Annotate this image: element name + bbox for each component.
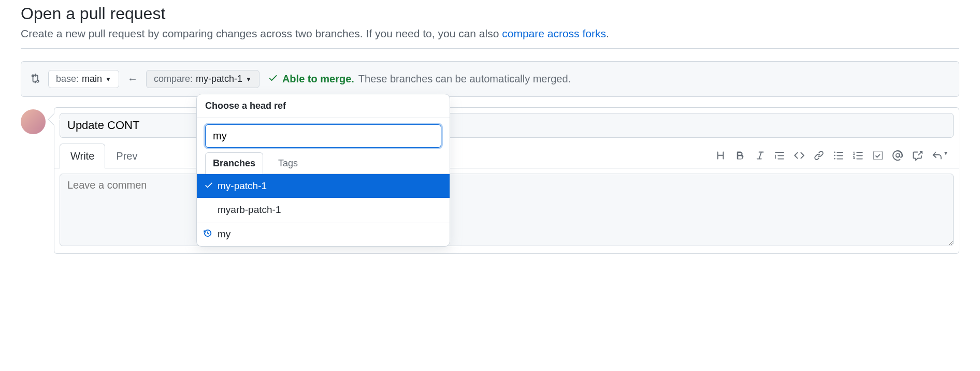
avatar bbox=[21, 109, 46, 134]
cross-reference-icon[interactable] bbox=[912, 150, 923, 161]
compare-branch-name: my-patch-1 bbox=[196, 74, 242, 84]
pr-form: Write Prev bbox=[21, 107, 959, 254]
base-branch-selector[interactable]: base: main ▼ bbox=[48, 70, 119, 88]
branch-option[interactable]: myarb-patch-1 bbox=[197, 198, 450, 222]
check-icon bbox=[268, 73, 278, 85]
arrow-left-icon: ← bbox=[127, 73, 138, 85]
branch-list: my-patch-1 myarb-patch-1 my bbox=[197, 174, 450, 246]
head-ref-dropdown: Choose a head ref Branches Tags my-patch… bbox=[196, 94, 450, 247]
unordered-list-icon[interactable] bbox=[833, 150, 844, 161]
compare-forks-link[interactable]: compare across forks bbox=[502, 27, 606, 39]
mention-icon[interactable] bbox=[892, 150, 903, 161]
tab-tags[interactable]: Tags bbox=[270, 152, 306, 174]
comment-textarea[interactable] bbox=[60, 174, 954, 246]
caret-down-icon: ▼ bbox=[105, 76, 111, 83]
history-icon bbox=[203, 229, 212, 240]
git-compare-icon bbox=[30, 73, 40, 85]
ordered-list-icon[interactable] bbox=[853, 150, 863, 161]
base-prefix: base: bbox=[56, 74, 79, 84]
tab-preview[interactable]: Prev bbox=[105, 144, 148, 168]
markdown-toolbar: ▼ bbox=[715, 150, 954, 161]
caret-down-icon: ▼ bbox=[246, 76, 252, 83]
tab-branches[interactable]: Branches bbox=[205, 152, 263, 174]
subtitle-text: Create a new pull request by comparing c… bbox=[21, 27, 502, 39]
branch-option-selected[interactable]: my-patch-1 bbox=[197, 174, 450, 198]
branch-option-recent[interactable]: my bbox=[197, 222, 450, 246]
dropdown-tabs: Branches Tags bbox=[197, 152, 450, 174]
bold-icon[interactable] bbox=[735, 150, 745, 161]
subtitle-suffix: . bbox=[606, 27, 609, 39]
quote-icon[interactable] bbox=[774, 150, 785, 161]
header-divider bbox=[21, 48, 959, 49]
compare-prefix: compare: bbox=[154, 74, 193, 84]
italic-icon[interactable] bbox=[755, 150, 765, 161]
pr-title-input[interactable] bbox=[60, 113, 954, 138]
base-branch-name: main bbox=[82, 74, 102, 84]
page-title: Open a pull request bbox=[21, 4, 959, 23]
code-icon[interactable] bbox=[794, 150, 804, 161]
branch-option-label: myarb-patch-1 bbox=[218, 204, 281, 216]
task-list-icon[interactable] bbox=[873, 150, 883, 161]
compare-branch-selector[interactable]: compare: my-patch-1 ▼ bbox=[146, 70, 260, 88]
merge-status-able: Able to merge. bbox=[282, 73, 354, 85]
reply-icon[interactable]: ▼ bbox=[932, 150, 948, 161]
branch-option-label: my bbox=[218, 229, 230, 240]
page-subtitle: Create a new pull request by comparing c… bbox=[21, 27, 959, 40]
check-icon bbox=[204, 180, 213, 192]
merge-status: Able to merge. These branches can be aut… bbox=[268, 73, 571, 85]
branch-option-label: my-patch-1 bbox=[218, 180, 267, 192]
branch-search-input[interactable] bbox=[205, 124, 441, 148]
heading-icon[interactable] bbox=[715, 150, 726, 161]
merge-status-desc: These branches can be automatically merg… bbox=[358, 73, 571, 85]
link-icon[interactable] bbox=[814, 150, 824, 161]
editor-toolbar-row: Write Prev bbox=[54, 143, 959, 168]
tab-write[interactable]: Write bbox=[60, 144, 105, 168]
branch-compare-bar: base: main ▼ ← compare: my-patch-1 ▼ Abl… bbox=[21, 61, 959, 97]
comment-box: Write Prev bbox=[54, 107, 959, 254]
dropdown-title: Choose a head ref bbox=[197, 94, 450, 118]
